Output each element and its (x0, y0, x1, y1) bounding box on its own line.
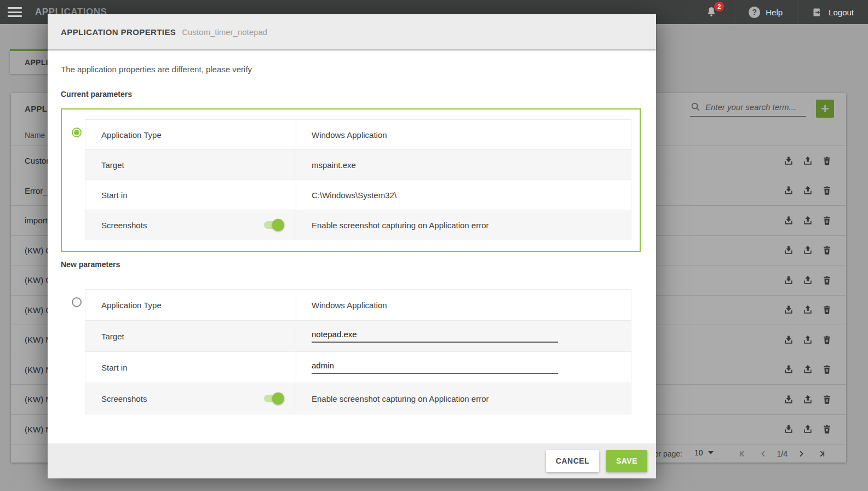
logout-icon (812, 7, 823, 18)
param-row: Screenshots Enable screenshot capturing … (85, 383, 631, 414)
dialog-header: APPLICATION PROPERTIES Custom_timer_note… (48, 14, 656, 49)
param-label: Target (101, 160, 124, 170)
param-label: Screenshots (101, 221, 147, 230)
param-label: Target (101, 332, 124, 341)
param-row: Application Type Windows Application (85, 290, 631, 321)
new-parameters-heading: New parameters (61, 260, 120, 269)
notifications-button[interactable]: 2 (689, 0, 734, 24)
help-button[interactable]: ? Help (734, 0, 797, 24)
param-label: Application Type (101, 130, 162, 140)
save-button[interactable]: SAVE (606, 450, 647, 472)
param-value: Windows Application (312, 130, 387, 140)
screenshots-toggle[interactable] (264, 221, 283, 229)
notification-badge: 2 (714, 2, 724, 11)
top-bar-actions: 2 ? Help Logout (689, 0, 868, 24)
param-label: Start in (101, 363, 128, 372)
param-row: Application Type Windows Application (85, 120, 631, 150)
param-row: Start in (85, 352, 631, 383)
param-label: Start in (101, 190, 128, 200)
current-parameters-heading: Current parameters (61, 90, 132, 99)
screenshots-toggle[interactable] (264, 395, 283, 402)
logout-label: Logout (829, 8, 854, 17)
logout-button[interactable]: Logout (797, 0, 868, 24)
param-value: Windows Application (312, 301, 387, 310)
cancel-button[interactable]: CANCEL (546, 450, 599, 472)
new-parameters-radio[interactable] (72, 297, 82, 307)
param-value: C:\Windows\System32\ (312, 190, 396, 200)
application-properties-dialog: APPLICATION PROPERTIES Custom_timer_note… (48, 14, 656, 478)
question-glyph: ? (752, 8, 757, 16)
param-label: Application Type (101, 301, 162, 310)
current-parameters-table: Application Type Windows Application Tar… (85, 119, 631, 240)
dialog-title: APPLICATION PROPERTIES (61, 27, 176, 37)
menu-icon[interactable] (8, 7, 22, 17)
param-value: Enable screenshot capturing on Applicati… (312, 394, 489, 403)
dialog-footer: CANCEL SAVE (48, 443, 656, 478)
param-value: mspaint.exe (312, 160, 356, 170)
start-in-input[interactable] (312, 361, 558, 374)
param-row: Screenshots Enable screenshot capturing … (85, 210, 631, 240)
new-parameters-table: Application Type Windows Application Tar… (85, 289, 631, 414)
verify-message: The application properties are different… (61, 65, 252, 74)
param-value: Enable screenshot capturing on Applicati… (312, 221, 489, 230)
param-label: Screenshots (101, 394, 147, 403)
help-label: Help (766, 8, 783, 17)
help-icon: ? (749, 7, 760, 18)
param-row: Target mspaint.exe (85, 150, 631, 180)
param-row: Target (85, 321, 631, 352)
dialog-subtitle: Custom_timer_notepad (182, 27, 267, 37)
current-parameters-radio[interactable] (72, 128, 82, 137)
current-parameters-group: Application Type Windows Application Tar… (61, 108, 641, 252)
param-row: Start in C:\Windows\System32\ (85, 180, 631, 210)
target-input[interactable] (312, 330, 558, 343)
dialog-body: The application properties are different… (48, 49, 656, 443)
screen: APPLICATIONS 2 ? Help Logout APPLICATION… (0, 0, 868, 491)
